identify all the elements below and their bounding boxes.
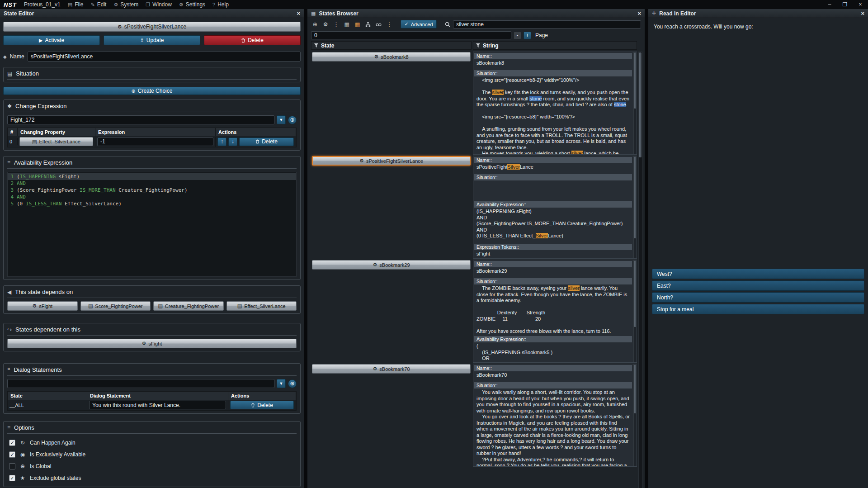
current-state-button[interactable]: ⚙ sPositiveFightSilverLance bbox=[3, 22, 301, 32]
update-button[interactable]: ↥ Update bbox=[104, 35, 200, 45]
option-is-exclusively-available[interactable]: ✓ ◉ Is Exclusively Available bbox=[7, 449, 297, 460]
choice-button-east[interactable]: East? bbox=[652, 280, 864, 291]
scrollbar-thumb[interactable] bbox=[634, 261, 636, 327]
checkbox[interactable]: ✓ bbox=[9, 475, 15, 481]
scrollbar-thumb[interactable] bbox=[634, 365, 636, 413]
dependent-states-header-label: States dependent on this bbox=[15, 326, 80, 333]
cell-scrollbar[interactable] bbox=[633, 260, 637, 362]
string-cell[interactable]: Name:: sBookmark29 Situation:: The ZOMBI… bbox=[473, 260, 637, 363]
dialog-statements-header[interactable]: ❝ Dialog Statements bbox=[7, 366, 297, 376]
state-button[interactable]: ⚙ sBookmark29 bbox=[312, 260, 471, 270]
dependency-state-button[interactable]: ⚙sFight bbox=[7, 301, 78, 311]
kebab-menu-icon[interactable]: ⋮ bbox=[332, 20, 340, 28]
browser-scrollbar[interactable] bbox=[638, 52, 642, 488]
dialog-select[interactable] bbox=[7, 379, 274, 388]
dependency-property-button[interactable]: ▤Effect_SilverLance bbox=[226, 301, 297, 311]
move-up-button[interactable]: ↑ bbox=[217, 137, 226, 146]
line-number: 1 bbox=[8, 173, 17, 180]
checkbox[interactable] bbox=[9, 463, 15, 469]
choice-button-north[interactable]: North? bbox=[652, 292, 864, 303]
state-cell: ⚙ sBookmark70 bbox=[311, 364, 472, 467]
panel-title: Read in Editor bbox=[659, 10, 696, 17]
availability-expression-header[interactable]: ≡ Availability Expression bbox=[7, 159, 297, 169]
kebab-menu-icon[interactable]: ⋮ bbox=[386, 20, 394, 28]
state-column-header[interactable]: State bbox=[311, 41, 472, 50]
menu-window[interactable]: ❐Window bbox=[146, 1, 172, 8]
state-button[interactable]: ⚙ sBookmark8 bbox=[312, 52, 471, 62]
dependency-property-button[interactable]: ▤Creature_FightingPower bbox=[153, 301, 224, 311]
binoculars-icon[interactable] bbox=[375, 20, 383, 28]
grid-view-icon[interactable]: ▦ bbox=[343, 20, 351, 28]
chevron-down-icon: ▼ bbox=[279, 381, 283, 386]
menu-help[interactable]: ?Help bbox=[212, 1, 229, 8]
advanced-toggle[interactable]: ✓ Advanced bbox=[401, 20, 437, 28]
row-delete-button[interactable]: Delete bbox=[239, 137, 294, 146]
scrollbar-thumb[interactable] bbox=[634, 52, 636, 109]
minimize-icon[interactable]: – bbox=[826, 1, 834, 8]
maximize-icon[interactable]: ❐ bbox=[841, 1, 849, 8]
change-expression-header[interactable]: ✱ Change Expression bbox=[7, 103, 297, 112]
gear-icon[interactable]: ⚙ bbox=[322, 20, 330, 28]
dialog-statement-input[interactable] bbox=[89, 401, 226, 409]
delete-button[interactable]: Delete bbox=[204, 35, 301, 45]
option-is-global[interactable]: ⊕ Is Global bbox=[7, 460, 297, 472]
close-icon[interactable]: × bbox=[856, 1, 864, 8]
hierarchy-view-icon[interactable] bbox=[364, 20, 373, 28]
string-cell[interactable]: Name:: sPositiveFightSilverLance Situati… bbox=[473, 156, 637, 259]
table-view-icon[interactable]: ▦ bbox=[354, 20, 362, 28]
scrollbar-thumb[interactable] bbox=[634, 156, 636, 238]
string-column-header[interactable]: String bbox=[473, 41, 637, 50]
close-icon[interactable]: × bbox=[297, 10, 300, 17]
choice-button-stop-for-a-meal[interactable]: Stop for a meal bbox=[652, 304, 864, 314]
menu-system[interactable]: ⚙System bbox=[113, 1, 138, 8]
gear-icon: ⚙ bbox=[373, 366, 377, 372]
table-header: # Changing Property Expression Actions bbox=[8, 128, 296, 136]
dependent-states-header[interactable]: ↪ States dependent on this bbox=[7, 326, 297, 336]
checkbox[interactable]: ✓ bbox=[9, 440, 15, 446]
change-expression-header-label: Change Expression bbox=[15, 103, 66, 109]
string-cell[interactable]: Name:: sBookmark70 Situation:: You walk … bbox=[473, 364, 637, 467]
options-header[interactable]: ≡ Options bbox=[7, 424, 297, 434]
add-change-expression-button[interactable]: ⊕ bbox=[288, 116, 297, 124]
expression-input[interactable] bbox=[97, 137, 213, 146]
close-icon[interactable]: × bbox=[861, 10, 864, 17]
search-input[interactable] bbox=[453, 20, 641, 28]
dependent-state-button[interactable]: ⚙sFight bbox=[7, 339, 297, 348]
scrollbar-thumb[interactable] bbox=[639, 52, 642, 157]
menu-settings[interactable]: ⚙Settings bbox=[179, 1, 205, 8]
page-decrement-button[interactable]: - bbox=[514, 32, 521, 39]
activate-button[interactable]: ▶ Activate bbox=[3, 35, 100, 45]
change-expression-select[interactable]: Fight_172 bbox=[7, 115, 274, 124]
cell-scrollbar[interactable] bbox=[633, 156, 637, 258]
dialog-statements-section: ❝ Dialog Statements ▼ ⊕ State Dialog bbox=[3, 363, 301, 414]
cell-scrollbar[interactable] bbox=[633, 52, 637, 154]
dropdown-button[interactable]: ▼ bbox=[277, 115, 286, 124]
state-button-selected[interactable]: ⚙ sPositiveFightSilverLance bbox=[312, 156, 471, 166]
menu-edit[interactable]: ✎Edit bbox=[90, 1, 106, 8]
string-cell[interactable]: Name:: sBookmark8 Situation:: <img src="… bbox=[473, 52, 637, 155]
add-state-icon[interactable]: ⊕ bbox=[311, 20, 319, 28]
choice-button-west[interactable]: West? bbox=[652, 269, 864, 279]
name-input[interactable] bbox=[28, 52, 301, 62]
page-increment-button[interactable]: + bbox=[524, 32, 531, 39]
move-down-button[interactable]: ↓ bbox=[228, 137, 237, 146]
state-name-value: sPositiveFightSilverLance bbox=[474, 163, 632, 173]
create-choice-button[interactable]: ⊕ Create Choice bbox=[3, 87, 301, 95]
page-input[interactable] bbox=[311, 31, 511, 39]
option-exclude-global-states[interactable]: ✓ ★ Exclude global states bbox=[7, 472, 297, 484]
close-icon[interactable]: × bbox=[637, 10, 641, 17]
option-can-happen-again[interactable]: ✓ ↻ Can Happen Again bbox=[7, 437, 297, 449]
dependency-property-button[interactable]: ▤Score_FightingPower bbox=[80, 301, 151, 311]
state-button[interactable]: ⚙ sBookmark70 bbox=[312, 364, 471, 374]
cell-scrollbar[interactable] bbox=[633, 364, 637, 466]
depends-on-header[interactable]: ◀ This state depends on bbox=[7, 289, 297, 298]
checkbox[interactable]: ✓ bbox=[9, 451, 15, 458]
situation-header[interactable]: ▤ Situation bbox=[7, 70, 297, 80]
dependency-label: sFight bbox=[39, 303, 52, 309]
dialog-delete-button[interactable]: Delete bbox=[230, 401, 294, 409]
dropdown-button[interactable]: ▼ bbox=[277, 379, 286, 388]
add-dialog-button[interactable]: ⊕ bbox=[288, 379, 297, 388]
changing-property-button[interactable]: ▤ Effect_SilverLance bbox=[19, 137, 93, 146]
menu-file[interactable]: ▤File bbox=[68, 1, 84, 8]
availability-code-editor[interactable]: 1(IS_HAPPENING sFight) 2AND 3(Score_Figh… bbox=[7, 172, 297, 277]
